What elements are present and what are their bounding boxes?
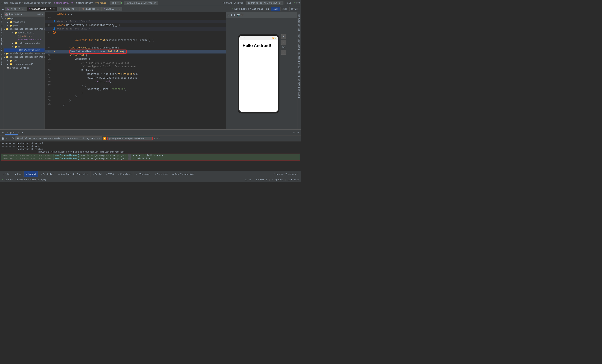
tree-res-generated[interactable]: ▶ 📁 res (generated)	[4, 63, 44, 66]
build-tool-item[interactable]: ⚒ Build	[90, 171, 104, 177]
logcat-pause-btn[interactable]: ⏸	[8, 137, 11, 140]
tab-close-icon[interactable]: ✕	[97, 8, 99, 11]
filter-help-btn[interactable]: ?	[159, 137, 161, 140]
tree-coordinators[interactable]: ▾ 📁 coordinators	[4, 31, 44, 34]
logcat-clear-btn[interactable]: 🗑	[1, 137, 4, 140]
tab-readme[interactable]: M README.md ✕	[57, 7, 80, 11]
tree-package-main[interactable]: ▾ 📁 com.delasign.samplestarterproject	[4, 27, 44, 31]
tree-manifests[interactable]: ▶ 📁 manifests	[4, 20, 44, 24]
layout-inspector-tool-item[interactable]: ⊡ Layout Inspector	[271, 171, 300, 177]
sidebar-toggle-icon[interactable]: ☰	[1, 8, 5, 10]
running-device-btn[interactable]: 🖥 Pixel 3a API 33 x86 64	[246, 1, 284, 5]
split-view-btn[interactable]: Split	[280, 7, 289, 11]
filter-clear-btn[interactable]: ✕	[154, 137, 155, 140]
logcat-minimize-icon[interactable]: −	[296, 131, 300, 134]
tab-close-icon[interactable]: ✕	[22, 8, 24, 11]
app-inspection-tool-item[interactable]: ◉ App Inspection	[170, 171, 196, 177]
tree-mainactivity-kt[interactable]: ▶ K MainActivity.kt	[4, 48, 44, 52]
logcat-scroll-btn[interactable]: ⬇	[5, 137, 7, 140]
preview-more-icon[interactable]: ⋯	[294, 14, 296, 16]
tree-ui[interactable]: ▾ 📁 ui	[4, 45, 44, 48]
device-select-logcat[interactable]: 🖥 Pixel 3a API 33 x86 64 (emulator-5554)…	[15, 137, 102, 140]
run-button[interactable]: ▶	[121, 1, 123, 5]
tab-close-icon[interactable]: ✕	[76, 8, 77, 11]
tree-sample-coordinator[interactable]: ▶ K SampleCoordinator	[4, 38, 44, 41]
tab-close-icon[interactable]: ✕	[118, 8, 120, 11]
status-separator3: |	[285, 178, 286, 181]
run-config-btn[interactable]: app ▾	[110, 1, 121, 5]
device-manager-tab[interactable]: Device Manager	[298, 13, 301, 32]
logcat-filter-input[interactable]	[109, 137, 151, 140]
tree-res[interactable]: ▶ 📁 res	[4, 59, 44, 63]
tree-java[interactable]: ▾ 📁 java	[4, 24, 44, 27]
code-view-btn[interactable]: Code	[271, 7, 280, 11]
logcat-tabs: ≡ Logcat ✕ + ⚙ −	[0, 130, 301, 136]
zoom-fit-btn[interactable]: ⊡	[281, 50, 286, 55]
tree-app[interactable]: ▾ 📁 app	[4, 17, 44, 20]
sync-icon[interactable]: ⟳	[296, 1, 297, 4]
run-tool-item[interactable]: ▶ Run	[13, 171, 24, 177]
todo-tool-item[interactable]: ☑ TODO	[104, 171, 116, 177]
running-devices-tab[interactable]: Running Devices	[298, 78, 301, 99]
preview-content: 1:43 📶🔋 Hello Android! + − 1:1 ⊡	[226, 18, 297, 129]
status-indent[interactable]: 4 spaces	[272, 178, 283, 181]
preview-icon2[interactable]: ⏸	[230, 13, 232, 17]
tree-gradle-scripts[interactable]: ▶ 🐘 Gradle Scripts	[4, 66, 44, 70]
filter-icon: 🔽	[103, 137, 106, 140]
services-tool-item[interactable]: ⊞ Services	[153, 171, 170, 177]
commit-panel-tab[interactable]: Commit	[0, 24, 3, 33]
preview-icon5[interactable]: 🎥	[241, 13, 244, 17]
status-branch[interactable]: ⎇ ▶ main	[288, 178, 299, 181]
device-file-explorer-tab[interactable]: Device File Explorer	[298, 51, 301, 78]
folder-icon: 📁	[5, 52, 8, 55]
status-line-col[interactable]: 19:46	[245, 178, 251, 181]
problems-tool-item[interactable]: ⚠ Problems	[116, 171, 134, 177]
arrow-icon: ▶	[4, 53, 5, 55]
logcat-settings-icon[interactable]: ⚙	[292, 131, 296, 134]
profiler-tool-item[interactable]: ⊙ Profiler	[38, 171, 56, 177]
tree-models-constants[interactable]: ▶ 📁 models.constants	[4, 41, 44, 45]
bookmarks-tab[interactable]: Bookmarks	[0, 53, 3, 66]
tree-gitkeep[interactable]: ▶ ⬛ .gitkeep	[4, 34, 44, 38]
logcat-filter-box[interactable]	[108, 137, 153, 140]
logcat-tool-item[interactable]: ≡ Logcat	[24, 171, 38, 177]
tree-collapse-icon[interactable]: ⊟	[40, 13, 41, 16]
git-check-icon: ✓	[293, 1, 295, 4]
tree-close-icon[interactable]: ✕	[42, 13, 43, 16]
tab-gitkeep[interactable]: G .gitkeep ✕	[80, 7, 101, 11]
tree-settings-icon[interactable]: ⚙	[37, 13, 38, 16]
project-panel-tab[interactable]: Project	[0, 13, 3, 23]
build-icon: ⚒	[93, 173, 94, 175]
filter-star-btn[interactable]: ☆	[156, 137, 158, 140]
app-quality-tool-item[interactable]: ◈ App Quality Insights	[56, 171, 90, 177]
git-tool-item[interactable]: ⎇ Git	[1, 171, 13, 177]
preview-icon1[interactable]: ▶	[228, 13, 229, 17]
zoom-out-btn[interactable]: −	[281, 40, 286, 45]
settings-icon[interactable]: ⚙	[298, 1, 300, 4]
status-encoding[interactable]: LF UTF-8	[256, 178, 267, 181]
log-content[interactable]: ---------- beginning of kernel ---------…	[0, 141, 301, 171]
device-select-btn[interactable]: Pixel_3a_API_33_x86_64	[124, 1, 158, 5]
tree-pkg-android-test[interactable]: ▶ 📁 com.delasign.samplestarterproject (a…	[4, 52, 44, 55]
preview-icon3[interactable]: ⏹	[233, 13, 236, 17]
pull-requests-tab[interactable]: Pull Requests	[0, 34, 3, 52]
zoom-in-btn[interactable]: +	[281, 34, 286, 39]
tab-mainactivity-kt[interactable]: K MainActivity.kt ✕	[26, 7, 57, 11]
logcat-tab[interactable]: Logcat	[5, 131, 18, 135]
add-tab-btn[interactable]: +	[20, 131, 25, 134]
preview-icon4[interactable]: 📷	[236, 13, 240, 17]
preview-zoom-controls: + − 1:1 ⊡	[281, 34, 286, 55]
logcat-restart-btn[interactable]: ⟳	[12, 137, 14, 140]
design-view-btn[interactable]: Design	[289, 7, 300, 11]
tree-pkg-test[interactable]: ▶ 📁 com.delasign.samplestarterproject (t…	[4, 55, 44, 59]
tab-theme-kt[interactable]: K Theme.kt ✕	[5, 7, 26, 11]
notifications-tab[interactable]: Notifications	[298, 32, 301, 51]
terminal-tool-item[interactable]: >_ Terminal	[134, 171, 153, 177]
code-view[interactable]: 3 import ... 15 👤 Oscar de la Hera Gomez…	[45, 12, 226, 129]
tab-close-icon[interactable]: ✕	[53, 8, 55, 10]
tab-close-logcat[interactable]: ✕	[18, 131, 20, 134]
run-icon: ▶	[15, 173, 17, 175]
top-navbar: ◆ com › delasign › samplestarterproject …	[0, 0, 301, 6]
code-line-21: 21 AppTheme {	[45, 57, 226, 61]
tab-sampl[interactable]: K Sampl... ✕	[101, 7, 122, 11]
